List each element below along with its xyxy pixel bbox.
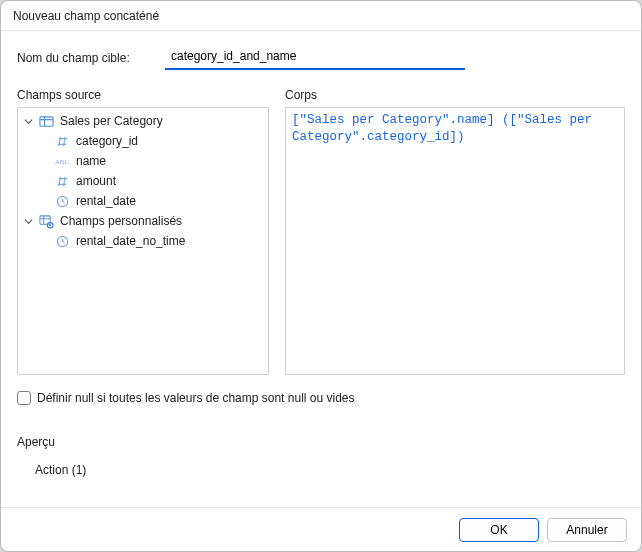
tree-item-label: Sales per Category — [58, 114, 163, 128]
clock-icon — [54, 193, 70, 209]
dialog-window: Nouveau champ concaténé Nom du champ cib… — [0, 0, 642, 552]
target-field-input[interactable] — [165, 45, 465, 70]
tree-item-label: category_id — [74, 134, 138, 148]
target-field-label: Nom du champ cible: — [17, 51, 147, 65]
body-panel: Corps ["Sales per Category".name] (["Sal… — [285, 88, 625, 375]
close-button[interactable] — [597, 1, 641, 31]
tree-field[interactable]: amount — [20, 171, 266, 191]
hash-icon — [54, 133, 70, 149]
button-bar: OK Annuler — [1, 507, 641, 552]
tree-item-label: rental_date_no_time — [74, 234, 185, 248]
tree-field[interactable]: category_id — [20, 131, 266, 151]
null-checkbox[interactable] — [17, 391, 31, 405]
tree-field[interactable]: ABC name — [20, 151, 266, 171]
tree-field[interactable]: rental_date_no_time — [20, 231, 266, 251]
tree-group[interactable]: Champs personnalisés — [20, 211, 266, 231]
preview-label: Aperçu — [17, 435, 625, 449]
svg-text:C: C — [64, 158, 68, 165]
target-row: Nom du champ cible: — [17, 45, 625, 70]
svg-rect-0 — [39, 116, 52, 125]
tree-group[interactable]: Sales per Category — [20, 111, 266, 131]
abc-icon: ABC — [54, 153, 70, 169]
tree-item-label: amount — [74, 174, 116, 188]
preview-value: Action (1) — [35, 463, 86, 477]
titlebar: Nouveau champ concaténé — [1, 1, 641, 31]
null-check-label: Définir null si toutes les valeurs de ch… — [37, 391, 355, 405]
chevron-down-icon[interactable] — [22, 115, 34, 127]
tree-field[interactable]: rental_date — [20, 191, 266, 211]
body-label: Corps — [285, 88, 625, 102]
table-icon — [38, 113, 54, 129]
null-check-row[interactable]: Définir null si toutes les valeurs de ch… — [17, 391, 625, 405]
tree-item-label: name — [74, 154, 106, 168]
dialog-title: Nouveau champ concaténé — [13, 9, 159, 23]
mid-panels: Champs source Sales per Category — [17, 88, 625, 375]
ok-button[interactable]: OK — [459, 518, 539, 542]
source-label: Champs source — [17, 88, 269, 102]
custom-fields-icon — [38, 213, 54, 229]
hash-icon — [54, 173, 70, 189]
preview-area: Action (1) — [17, 459, 625, 499]
content-area: Nom du champ cible: Champs source Sales — [1, 31, 641, 507]
clock-icon — [54, 233, 70, 249]
tree-item-label: rental_date — [74, 194, 136, 208]
svg-point-11 — [49, 224, 51, 226]
chevron-down-icon[interactable] — [22, 215, 34, 227]
source-panel: Champs source Sales per Category — [17, 88, 269, 375]
cancel-button[interactable]: Annuler — [547, 518, 627, 542]
body-editor[interactable]: ["Sales per Category".name] (["Sales per… — [285, 107, 625, 375]
source-tree[interactable]: Sales per Category category_id ABC name — [17, 107, 269, 375]
tree-item-label: Champs personnalisés — [58, 214, 182, 228]
